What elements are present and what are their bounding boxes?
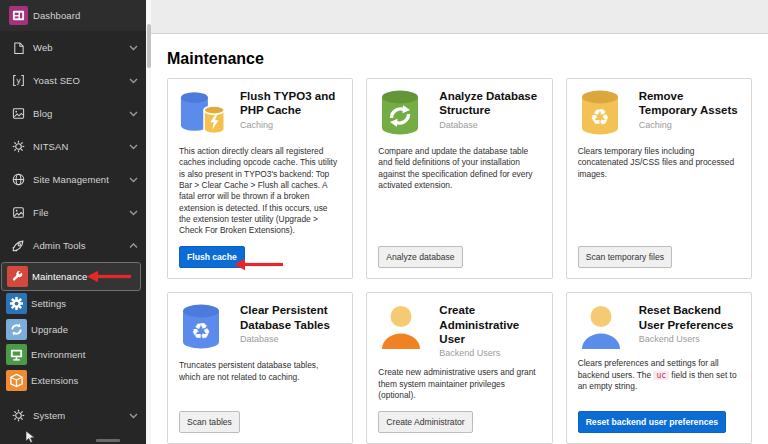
card-footer: Scan tables [179, 402, 341, 434]
card-title: Remove Temporary Assets [639, 89, 740, 118]
yoast-icon: y [7, 74, 29, 87]
sidebar-item-label: Settings [31, 298, 146, 309]
cache-cylinders-icon [179, 89, 231, 137]
card-description: Truncates persistent database tables, wh… [179, 360, 341, 383]
sidebar-item-label: Blog [33, 108, 129, 119]
card-footer: Flush cache [179, 237, 341, 269]
settings-gear-icon [5, 293, 27, 314]
sidebar-item-blog[interactable]: Blog [0, 97, 146, 130]
reset-backend-user-preferences-button[interactable]: Reset backend user preferences [578, 411, 726, 434]
globe-icon [7, 173, 29, 186]
card-title: Reset Backend User Preferences [639, 303, 740, 332]
card-header: Create Administrative User Backend Users [378, 303, 540, 358]
module-menu: Dashboard Web y Yoast SEO Blog [0, 0, 146, 432]
card-title: Flush TYPO3 and PHP Cache [240, 89, 341, 118]
sidebar-item-environment[interactable]: Environment [0, 342, 146, 368]
scan-temporary-files-button[interactable]: Scan temporary files [578, 246, 672, 269]
chevron-down-icon [129, 177, 138, 183]
sidebar-item-maintenance[interactable]: Maintenance [1, 262, 141, 291]
sidebar-item-web[interactable]: Web [0, 31, 146, 64]
gear-icon [7, 140, 29, 153]
card-header: Flush TYPO3 and PHP Cache Caching [179, 89, 341, 137]
svg-text:♻: ♻ [590, 105, 610, 130]
analyze-database-button[interactable]: Analyze database [378, 246, 462, 269]
upgrade-refresh-icon [5, 319, 27, 340]
card-description: Clears preferences and settings for all … [578, 358, 740, 392]
sidebar-item-settings[interactable]: Settings [0, 291, 146, 317]
chevron-down-icon [129, 78, 138, 84]
content-area: Maintenance Flush TYPO3 [151, 0, 768, 444]
card-analyze-database: Analyze Database Structure Database Comp… [366, 78, 552, 279]
card-category: Backend Users [639, 334, 740, 344]
card-titles: Analyze Database Structure Database [439, 89, 540, 130]
sidebar-item-label: Dashboard [33, 10, 146, 21]
card-flush-cache: Flush TYPO3 and PHP Cache Caching This a… [167, 78, 353, 279]
card-titles: Reset Backend User Preferences Backend U… [639, 303, 740, 344]
mouse-cursor-icon [25, 430, 36, 444]
chevron-down-icon [129, 413, 138, 419]
sidebar-item-label: NITSAN [33, 141, 129, 152]
card-clear-persistent-tables: ♻ Clear Persistent Database Tables Datab… [167, 292, 353, 444]
sidebar-item-nitsan[interactable]: NITSAN [0, 130, 146, 163]
environment-monitor-icon [5, 344, 27, 365]
module-sidebar: Dashboard Web y Yoast SEO Blog [0, 0, 146, 444]
sidebar-item-label: Admin Tools [33, 240, 129, 251]
sidebar-item-label: Extensions [31, 375, 146, 386]
sidebar-item-admin-tools[interactable]: Admin Tools [0, 229, 146, 262]
chevron-down-icon [129, 45, 138, 51]
chevron-down-icon [129, 210, 138, 216]
uc-code-chip: uc [653, 371, 669, 380]
card-description: Clears temporary files including concate… [578, 146, 740, 180]
card-footer: Scan temporary files [578, 237, 740, 269]
sidebar-item-dashboard[interactable]: Dashboard [0, 0, 146, 31]
recycle-cylinder-blue-icon: ♻ [179, 303, 231, 351]
flush-cache-button[interactable]: Flush cache [179, 246, 245, 269]
scan-tables-button[interactable]: Scan tables [179, 411, 240, 434]
sidebar-item-label: System [33, 410, 129, 421]
maintenance-wrench-icon [6, 266, 28, 287]
card-category: Caching [639, 120, 740, 130]
blog-image-icon [7, 107, 29, 120]
card-create-admin-user: Create Administrative User Backend Users… [366, 292, 552, 444]
svg-text:y: y [16, 76, 21, 85]
card-footer: Create Administrator [378, 402, 540, 434]
document-header-bar [151, 0, 768, 34]
sidebar-item-label: Environment [31, 349, 146, 360]
database-refresh-icon [378, 89, 430, 137]
create-administrator-button[interactable]: Create Administrator [378, 411, 472, 434]
page-icon [7, 41, 29, 55]
maintenance-card-grid: Flush TYPO3 and PHP Cache Caching This a… [151, 78, 768, 444]
card-footer: Analyze database [378, 237, 540, 269]
sidebar-item-extensions[interactable]: Extensions [0, 368, 146, 394]
sidebar-item-file[interactable]: File [0, 196, 146, 229]
admin-user-icon [378, 303, 430, 349]
file-image-icon [7, 206, 29, 219]
card-description: Create new administrative users and gran… [378, 367, 540, 401]
sidebar-item-label: Maintenance [32, 271, 140, 282]
extensions-cube-icon [5, 370, 27, 391]
card-title: Clear Persistent Database Tables [240, 303, 341, 332]
card-description: This action directly clears all register… [179, 146, 341, 237]
card-reset-backend-user-preferences: Reset Backend User Preferences Backend U… [566, 292, 752, 444]
chevron-down-icon [129, 111, 138, 117]
sidebar-item-label: Yoast SEO [33, 75, 129, 86]
card-category: Database [439, 120, 540, 130]
sidebar-item-label: File [33, 207, 129, 218]
card-titles: Remove Temporary Assets Caching [639, 89, 740, 130]
sidebar-scrollbar-thumb[interactable] [147, 24, 151, 68]
card-header: Reset Backend User Preferences Backend U… [578, 303, 740, 349]
card-title: Create Administrative User [439, 303, 540, 346]
card-titles: Create Administrative User Backend Users [439, 303, 540, 358]
sidebar-item-upgrade[interactable]: Upgrade [0, 317, 146, 343]
typo3-maintenance-page: { "colors": { "sidebar_bg": "#262626", "… [0, 0, 768, 444]
page-title: Maintenance [151, 50, 768, 68]
svg-text:♻: ♻ [191, 319, 211, 344]
card-title: Analyze Database Structure [439, 89, 540, 118]
sidebar-item-site-management[interactable]: Site Management [0, 163, 146, 196]
backend-user-icon [578, 303, 630, 349]
card-titles: Clear Persistent Database Tables Databas… [240, 303, 341, 344]
card-titles: Flush TYPO3 and PHP Cache Caching [240, 89, 341, 130]
sidebar-item-yoast-seo[interactable]: y Yoast SEO [0, 64, 146, 97]
sidebar-item-system[interactable]: System [0, 399, 146, 432]
sidebar-item-label: Upgrade [31, 324, 146, 335]
